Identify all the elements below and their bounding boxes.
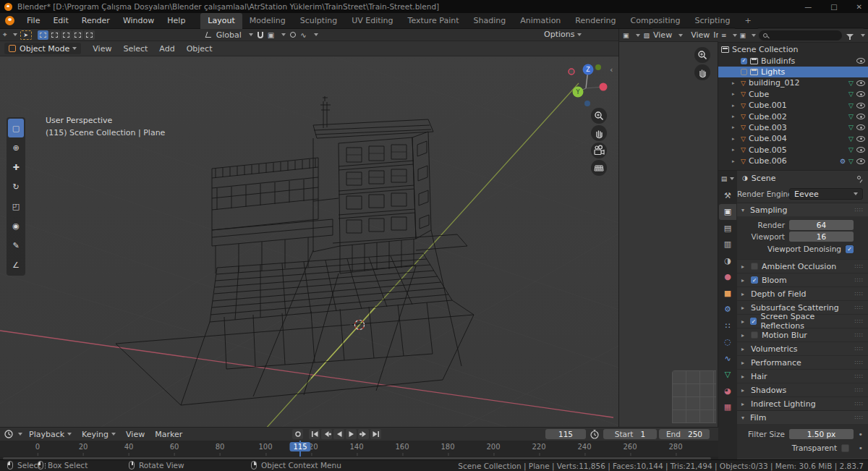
timeline-menu-item[interactable]: Marker bbox=[150, 430, 187, 439]
panel-checkbox[interactable] bbox=[750, 318, 757, 325]
workspace-tab[interactable]: Scripting bbox=[687, 13, 737, 29]
workspace-tab[interactable]: Sculpting bbox=[293, 13, 344, 29]
outliner-row[interactable]: ▸ ▽ Cube.005 ⚙ ▽ bbox=[718, 145, 868, 156]
menu-item[interactable]: Help bbox=[161, 14, 192, 27]
drag-dots-icon[interactable]: ∷∷ bbox=[855, 401, 864, 407]
mode-dropdown[interactable]: Object Mode bbox=[4, 43, 81, 54]
menu-item[interactable]: Edit bbox=[46, 14, 75, 27]
properties-panel-header[interactable]: ▸ Screen Space Reflections ∷∷ bbox=[737, 314, 868, 328]
collection-checkbox[interactable] bbox=[741, 69, 747, 75]
sidebar-collapse-icon[interactable]: ‹ bbox=[610, 65, 613, 75]
next-keyframe-button[interactable] bbox=[358, 429, 369, 439]
sampling-panel-header[interactable]: ▾ Sampling ∷∷ bbox=[737, 203, 868, 216]
expand-arrow-icon[interactable]: ▸ bbox=[732, 158, 738, 164]
annotate[interactable]: ✎ bbox=[8, 236, 24, 255]
outliner-row[interactable]: ▸ ▽ Buildinfs ⚙ ▽ bbox=[718, 55, 868, 66]
viewport-menu-item[interactable]: Object bbox=[181, 43, 218, 55]
tool[interactable]: ⚒ bbox=[719, 187, 736, 204]
measure[interactable]: ∠ bbox=[8, 255, 24, 274]
cursor[interactable]: ⊕ bbox=[8, 138, 24, 157]
filter-size-field[interactable]: 1.50 px bbox=[789, 429, 854, 439]
transform[interactable]: ◉ bbox=[8, 216, 24, 235]
modifiers[interactable]: ⚙ bbox=[719, 302, 736, 318]
drag-dots-icon[interactable]: ∷∷ bbox=[855, 318, 864, 325]
properties-type-icon[interactable]: ▤ bbox=[721, 172, 735, 185]
3d-viewport[interactable]: Z Y ‹ ▢⊕✚↻◰◉✎∠ User Perspective (115) Sc bbox=[0, 56, 618, 427]
transform-orientation-dropdown[interactable]: Global bbox=[216, 30, 242, 40]
workspace-tab[interactable]: + bbox=[737, 13, 758, 29]
visibility-eye-icon[interactable] bbox=[856, 80, 865, 86]
timeline-menu-item[interactable]: Keying bbox=[77, 430, 121, 439]
viewport-menu-item[interactable]: Add bbox=[153, 43, 180, 55]
gizmo-x-axis[interactable] bbox=[600, 83, 608, 91]
render-engine-dropdown[interactable]: Eevee bbox=[789, 188, 863, 200]
expand-arrow-icon[interactable]: ▸ bbox=[732, 124, 738, 130]
camera-view-button[interactable] bbox=[591, 143, 607, 158]
select-box[interactable]: ▢ bbox=[8, 119, 24, 137]
timeline-ruler[interactable]: 020406080100120140160180200220240260280 … bbox=[0, 441, 718, 457]
properties-panel-header[interactable]: ▸ Indirect Lighting ∷∷ bbox=[737, 396, 868, 410]
viewport-denoising-checkbox[interactable] bbox=[846, 245, 854, 253]
proportional-edit-icon[interactable] bbox=[290, 32, 296, 38]
workspace-tab[interactable]: Compositing bbox=[624, 13, 688, 29]
physics[interactable]: ◌ bbox=[719, 334, 736, 351]
outliner-row[interactable]: ▸ ▽ Cube.003 ⚙ ▽ bbox=[718, 122, 868, 133]
outliner-row[interactable]: ▸ ▽ Cube.002 ⚙ ▽ bbox=[718, 111, 868, 122]
material[interactable]: ◕ bbox=[719, 383, 736, 399]
active-tool-dropdown-icon[interactable]: ⌖ bbox=[3, 30, 7, 39]
wireframe-building[interactable] bbox=[116, 96, 474, 405]
outliner-search-input[interactable] bbox=[759, 30, 842, 41]
workspace-tab[interactable]: Texture Paint bbox=[401, 13, 467, 29]
drag-dots-icon[interactable]: ∷∷ bbox=[855, 277, 864, 284]
outliner-display-mode-icon[interactable]: ▣ bbox=[740, 32, 746, 39]
image-view-menu[interactable]: View bbox=[691, 30, 710, 40]
drag-dots-icon[interactable]: ∷∷ bbox=[855, 360, 864, 366]
render[interactable]: ▣ bbox=[719, 204, 736, 221]
zoom-button[interactable] bbox=[591, 108, 607, 124]
drag-dots-icon[interactable]: ∷∷ bbox=[855, 305, 864, 311]
stopwatch-icon[interactable] bbox=[590, 429, 600, 439]
properties-panel-header[interactable]: ▸ Performance ∷∷ bbox=[737, 355, 868, 369]
object[interactable]: ■ bbox=[719, 285, 736, 302]
expand-arrow-icon[interactable]: ▸ bbox=[732, 136, 738, 142]
drag-dots-icon[interactable]: ∷∷ bbox=[855, 373, 864, 380]
workspace-tab[interactable]: Rendering bbox=[568, 13, 623, 29]
falloff-curve-icon[interactable]: ∿ bbox=[300, 31, 306, 39]
panel-checkbox[interactable] bbox=[751, 331, 758, 339]
editor-type-icon[interactable]: ▣ bbox=[623, 32, 629, 39]
image-zoom-button[interactable] bbox=[694, 47, 710, 63]
scale[interactable]: ◰ bbox=[8, 197, 24, 216]
animate-dot-icon[interactable]: • bbox=[859, 430, 864, 439]
record-button[interactable] bbox=[292, 429, 303, 439]
output[interactable]: ▤ bbox=[719, 220, 736, 237]
pin-icon[interactable] bbox=[857, 176, 861, 179]
properties-panel-header[interactable]: ▸ Depth of Field ∷∷ bbox=[737, 287, 868, 300]
move[interactable]: ✚ bbox=[8, 158, 24, 177]
workspace-tab[interactable]: Shading bbox=[467, 13, 514, 29]
properties-panel-header[interactable]: ▸ Shadows ∷∷ bbox=[737, 383, 868, 396]
viewport-menu-item[interactable]: Select bbox=[117, 43, 153, 55]
end-frame-field[interactable]: End250 bbox=[659, 429, 710, 439]
expand-arrow-icon[interactable]: ▸ bbox=[732, 147, 738, 153]
play-button[interactable] bbox=[346, 429, 357, 439]
prev-keyframe-button[interactable] bbox=[321, 429, 332, 439]
menu-item[interactable]: File bbox=[20, 14, 46, 27]
viewport-menu-item[interactable]: View bbox=[87, 43, 117, 55]
select-mode-subtract[interactable] bbox=[61, 30, 72, 40]
pan-hand-button[interactable] bbox=[591, 125, 607, 141]
workspace-tab[interactable]: Modeling bbox=[242, 13, 293, 29]
visibility-eye-icon[interactable] bbox=[856, 158, 865, 164]
transparent-checkbox[interactable] bbox=[841, 444, 849, 452]
navigation-gizmo[interactable]: Z Y bbox=[566, 61, 610, 107]
expand-arrow-icon[interactable]: ▸ bbox=[732, 80, 738, 86]
select-mode-extend[interactable] bbox=[49, 30, 60, 40]
number-field[interactable]: 16 bbox=[789, 232, 854, 242]
visibility-eye-icon[interactable] bbox=[856, 91, 865, 97]
current-frame-badge[interactable]: 115 bbox=[289, 442, 310, 451]
visibility-eye-icon[interactable] bbox=[856, 103, 865, 109]
select-mode-new[interactable] bbox=[38, 30, 48, 40]
properties-panel-header[interactable]: ▸ Bloom ∷∷ bbox=[737, 273, 868, 287]
close-button[interactable]: ✕ bbox=[856, 3, 862, 11]
viewport-canvas[interactable] bbox=[0, 56, 618, 427]
jump-to-start-button[interactable] bbox=[309, 429, 320, 439]
